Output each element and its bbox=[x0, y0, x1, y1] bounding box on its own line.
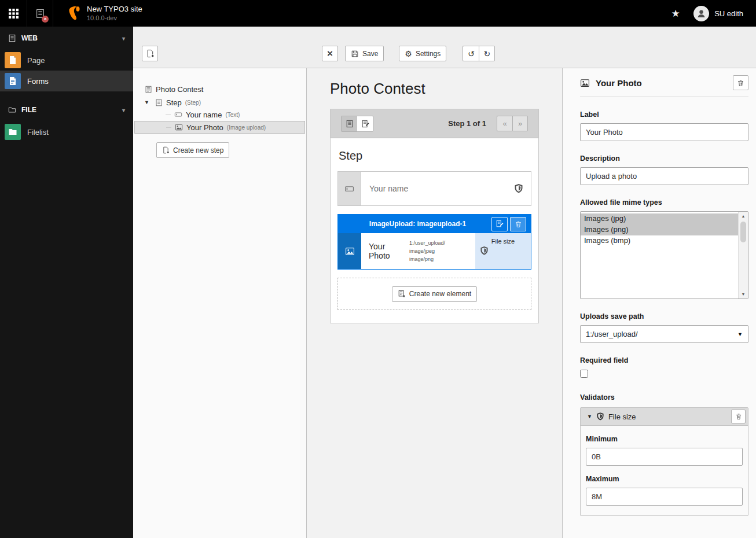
selected-element-header: ImageUpload: imageupload-1 bbox=[338, 215, 531, 233]
forms-module-label: Forms bbox=[27, 77, 49, 86]
new-document-icon bbox=[146, 49, 155, 58]
create-new-element-button[interactable]: Create new element bbox=[392, 286, 477, 302]
modules-menu-button[interactable] bbox=[0, 0, 27, 27]
bookmark-button[interactable]: ★ bbox=[662, 0, 689, 27]
tree-item-step[interactable]: ▼ Step (Step) bbox=[133, 97, 306, 108]
new-element-icon bbox=[398, 290, 406, 298]
mime-option-png[interactable]: Images (png) bbox=[581, 224, 738, 235]
validator-shield-icon bbox=[480, 246, 531, 255]
next-step-button[interactable]: » bbox=[512, 116, 528, 131]
form-element-imageupload-selected[interactable]: ImageUpload: imageupload-1 bbox=[337, 214, 531, 270]
minimum-input[interactable] bbox=[586, 448, 743, 466]
description-input[interactable] bbox=[580, 167, 748, 185]
abstract-view-button[interactable] bbox=[342, 116, 357, 131]
sidebar-item-page[interactable]: Page bbox=[0, 50, 133, 71]
scroll-up-icon[interactable]: ▲ bbox=[739, 214, 748, 218]
site-version: 10.0.0-dev bbox=[87, 14, 142, 22]
site-info[interactable]: New TYPO3 site 10.0.0-dev bbox=[53, 0, 152, 27]
validator-shield-icon bbox=[597, 412, 604, 421]
docheader-buttons: × Save ⚙ Settings ↺ ↻ bbox=[322, 46, 495, 61]
user-menu-button[interactable]: SU edith bbox=[689, 0, 756, 27]
step-heading: Step bbox=[339, 149, 530, 163]
backend-layout: WEB ▾ Page Forms FILE ▾ bbox=[0, 27, 756, 538]
previous-step-button[interactable]: « bbox=[497, 116, 512, 131]
new-page-icon bbox=[162, 146, 170, 154]
save-button[interactable]: Save bbox=[345, 46, 384, 61]
trash-icon bbox=[737, 79, 744, 87]
detail-mime-jpeg: image/jpeg bbox=[409, 247, 475, 255]
chevron-left-icon: « bbox=[502, 119, 507, 128]
tree-step-type: (Step) bbox=[185, 100, 201, 106]
image-upload-icon bbox=[345, 246, 355, 256]
validator-shield-icon bbox=[515, 172, 523, 205]
element-label: Your Photo bbox=[361, 233, 409, 269]
stage-view-button[interactable] bbox=[357, 116, 373, 131]
mime-option-jpg[interactable]: Images (jpg) bbox=[581, 213, 738, 224]
chevron-down-icon: ▼ bbox=[587, 414, 592, 419]
text-field-icon bbox=[344, 184, 354, 194]
star-icon: ★ bbox=[671, 8, 680, 19]
chevron-down-icon: ▾ bbox=[122, 107, 125, 113]
detail-mime-png: image/png bbox=[409, 255, 475, 263]
chevron-right-icon: » bbox=[518, 119, 522, 128]
undo-icon: ↺ bbox=[468, 50, 475, 58]
step-icon bbox=[155, 99, 163, 106]
trash-icon bbox=[735, 413, 742, 420]
close-icon: × bbox=[327, 49, 333, 58]
abstract-view-icon bbox=[346, 120, 354, 128]
tree-item-root[interactable]: Photo Contest bbox=[133, 83, 306, 95]
edit-element-button[interactable] bbox=[491, 217, 508, 231]
mime-option-bmp[interactable]: Images (bmp) bbox=[581, 235, 738, 246]
text-field-icon bbox=[174, 110, 182, 119]
image-upload-icon bbox=[580, 78, 590, 88]
tree-collapse-caret-icon[interactable]: ▼ bbox=[144, 100, 152, 105]
inspector-header: Your Photo bbox=[580, 75, 748, 97]
redo-button[interactable]: ↻ bbox=[479, 46, 495, 61]
select-arrow-icon: ▼ bbox=[737, 331, 743, 337]
sidebar-item-forms[interactable]: Forms bbox=[0, 71, 133, 91]
pagetree-toggle-button[interactable]: × bbox=[27, 0, 53, 27]
new-form-button[interactable] bbox=[142, 46, 158, 61]
tree-name-type: (Text) bbox=[225, 112, 240, 118]
required-field-checkbox[interactable] bbox=[580, 370, 588, 378]
create-element-dropzone: Create new element bbox=[337, 278, 531, 310]
sidebar-section-file[interactable]: FILE ▾ bbox=[0, 98, 133, 121]
uploads-save-path-select[interactable]: 1:/user_upload/ ▼ bbox=[580, 325, 748, 343]
web-section-icon bbox=[8, 34, 16, 42]
tree-line bbox=[166, 115, 171, 115]
sidebar-item-filelist[interactable]: Filelist bbox=[0, 121, 133, 142]
scrollbar-thumb[interactable] bbox=[740, 222, 746, 242]
inspector-title: Your Photo bbox=[596, 78, 727, 88]
validator-header[interactable]: ▼ File size bbox=[581, 408, 748, 426]
maximum-input[interactable] bbox=[586, 488, 743, 506]
form-icon bbox=[145, 86, 152, 93]
tree-item-your-photo[interactable]: Your Photo (Image upload) bbox=[134, 121, 305, 134]
remove-validator-button[interactable] bbox=[731, 410, 746, 423]
delete-element-button[interactable] bbox=[510, 217, 526, 231]
web-section-label: WEB bbox=[21, 34, 38, 42]
delete-element-button[interactable] bbox=[733, 75, 748, 90]
sidebar-section-web[interactable]: WEB ▾ bbox=[0, 27, 133, 50]
view-mode-toggle bbox=[341, 116, 373, 132]
form-editor-workspace: Photo Contest ▼ Step (Step) bbox=[133, 68, 756, 538]
mime-types-multiselect[interactable]: Images (jpg) Images (png) Images (bmp) ▲… bbox=[580, 211, 748, 299]
validator-file-size: ▼ File size Mini bbox=[580, 407, 748, 516]
save-icon bbox=[351, 50, 359, 58]
tree-item-your-name[interactable]: Your name (Text) bbox=[133, 109, 306, 120]
typo3-logo-icon bbox=[68, 6, 80, 21]
form-element-your-name[interactable]: Your name bbox=[337, 171, 531, 206]
close-button[interactable]: × bbox=[322, 46, 338, 61]
selected-element-body: Your Photo 1:/user_upload/ image/jpeg im… bbox=[338, 233, 531, 269]
forms-module-icon bbox=[5, 73, 21, 89]
label-input[interactable] bbox=[580, 123, 748, 141]
create-new-step-button[interactable]: Create new step bbox=[156, 142, 229, 158]
history-buttons: ↺ ↻ bbox=[463, 46, 495, 61]
undo-button[interactable]: ↺ bbox=[463, 46, 479, 61]
multiselect-scrollbar[interactable]: ▲ ▼ bbox=[738, 212, 748, 299]
scroll-down-icon[interactable]: ▼ bbox=[739, 292, 748, 296]
step-pager: « » bbox=[497, 116, 528, 131]
settings-button[interactable]: ⚙ Settings bbox=[399, 46, 446, 61]
chevron-down-icon: ▾ bbox=[122, 35, 125, 42]
stage-view-icon bbox=[361, 120, 369, 128]
save-path-value: 1:/user_upload/ bbox=[586, 330, 638, 338]
